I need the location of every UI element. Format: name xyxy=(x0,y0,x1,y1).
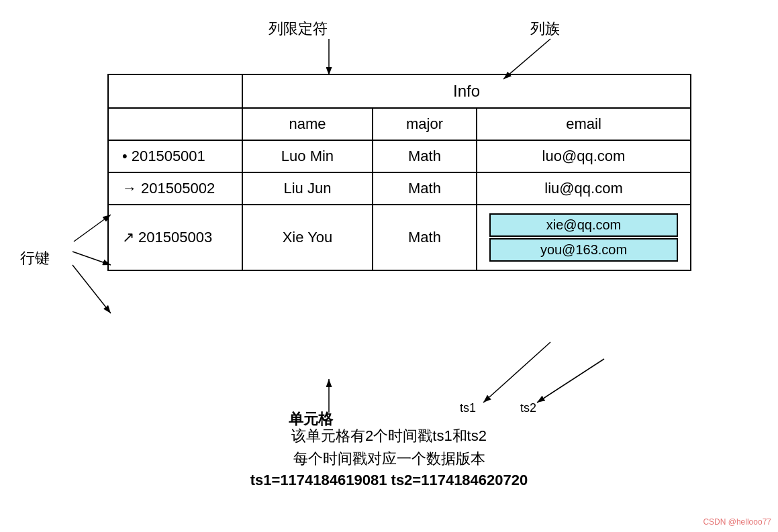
rowkey-3: ↗201505003 xyxy=(108,205,242,270)
ts2-label: ts2 xyxy=(520,401,536,415)
main-container: 列限定符 列族 行键 Info name major email •201505… xyxy=(0,0,778,532)
rowkey-1: •201505001 xyxy=(108,140,242,172)
col-header-name: name xyxy=(242,108,373,140)
info-header: Info xyxy=(242,74,691,108)
row-key-label: 行键 xyxy=(20,248,50,268)
empty-topleft xyxy=(108,74,242,108)
svg-line-4 xyxy=(72,265,111,313)
empty-header-cell xyxy=(108,108,242,140)
major-2: Math xyxy=(373,172,477,205)
main-table: Info name major email •201505001 Luo Min… xyxy=(107,74,691,271)
bottom-text: 该单元格有2个时间戳ts1和ts2 每个时间戳对应一个数据版本 ts1=1174… xyxy=(0,423,778,492)
col-qualifier-label: 列限定符 xyxy=(269,19,328,39)
major-1: Math xyxy=(373,140,477,172)
email-ts1: xie@qq.com xyxy=(489,213,678,237)
table-row: •201505001 Luo Min Math luo@qq.com xyxy=(108,140,691,172)
svg-line-2 xyxy=(74,215,111,242)
col-header-major: major xyxy=(373,108,477,140)
email-1: luo@qq.com xyxy=(477,140,691,172)
col-header-email: email xyxy=(477,108,691,140)
ts1-label: ts1 xyxy=(460,401,476,415)
email-3: xie@qq.com you@163.com xyxy=(477,205,691,270)
table-wrapper: Info name major email •201505001 Luo Min… xyxy=(107,74,691,271)
table-row: →201505002 Liu Jun Math liu@qq.com xyxy=(108,172,691,205)
major-3: Math xyxy=(373,205,477,270)
name-3: Xie You xyxy=(242,205,373,270)
email-2: liu@qq.com xyxy=(477,172,691,205)
svg-line-6 xyxy=(483,342,550,403)
name-1: Luo Min xyxy=(242,140,373,172)
bottom-line2: 每个时间戳对应一个数据版本 xyxy=(0,449,778,469)
bottom-line3: ts1=1174184619081 ts2=1174184620720 xyxy=(0,472,778,489)
svg-line-7 xyxy=(537,359,604,403)
bottom-line1: 该单元格有2个时间戳ts1和ts2 xyxy=(0,426,778,446)
table-row: ↗201505003 Xie You Math xie@qq.com you@1… xyxy=(108,205,691,270)
header-row-2: name major email xyxy=(108,108,691,140)
svg-line-3 xyxy=(72,252,111,265)
name-2: Liu Jun xyxy=(242,172,373,205)
header-row-1: Info xyxy=(108,74,691,108)
email-ts2: you@163.com xyxy=(489,238,678,262)
rowkey-2: →201505002 xyxy=(108,172,242,205)
col-family-label: 列族 xyxy=(530,19,560,39)
watermark: CSDN @hellooo77 xyxy=(703,517,771,527)
svg-line-1 xyxy=(503,39,550,79)
